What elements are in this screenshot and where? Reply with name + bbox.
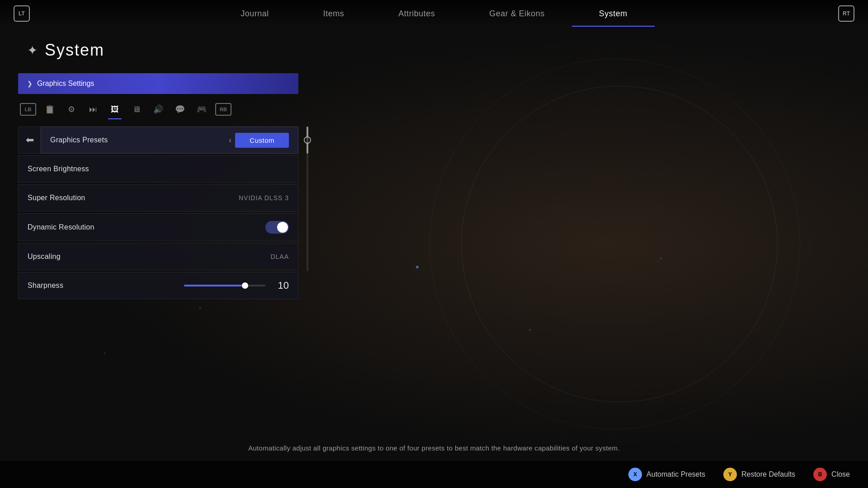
preset-control: ‹ Custom <box>229 133 289 148</box>
scroll-thumb <box>307 127 308 154</box>
y-button: Y <box>723 468 737 481</box>
tab-gear[interactable]: Gear & Eikons <box>462 1 572 27</box>
category-header[interactable]: ❯ Graphics Settings <box>18 73 298 94</box>
screen-brightness-label: Screen Brightness <box>28 165 89 173</box>
scroll-bar[interactable] <box>307 127 308 271</box>
x-button: X <box>628 468 642 481</box>
sharpness-label: Sharpness <box>28 282 63 290</box>
screen-brightness-row[interactable]: Screen Brightness <box>18 155 298 183</box>
nav-tabs: Journal Items Attributes Gear & Eikons S… <box>213 1 655 27</box>
super-resolution-row[interactable]: Super Resolution NVIDIA DLSS 3 <box>18 184 298 211</box>
upscaling-label: Upscaling <box>28 253 61 261</box>
restore-defaults-action[interactable]: Y Restore Defaults <box>723 468 795 481</box>
toggle-knob <box>277 222 288 233</box>
tab-items[interactable]: Items <box>296 1 372 27</box>
sharpness-slider-fill <box>184 285 245 286</box>
settings-list: ⬅ Graphics Presets ‹ Custom Screen Brigh… <box>18 127 298 299</box>
tab-system[interactable]: System <box>572 1 655 27</box>
dynamic-resolution-toggle[interactable] <box>265 221 289 234</box>
rt-button[interactable]: RT <box>838 5 854 22</box>
category-chevron-icon: ❯ <box>27 80 33 87</box>
preset-value-button[interactable]: Custom <box>235 133 289 148</box>
sharpness-slider-track[interactable] <box>184 285 265 286</box>
tab-attributes[interactable]: Attributes <box>371 1 462 27</box>
scroll-thumb-dot <box>304 136 311 144</box>
dynamic-resolution-row[interactable]: Dynamic Resolution <box>18 213 298 241</box>
top-navigation: LT Journal Items Attributes Gear & Eikon… <box>0 0 868 27</box>
upscaling-row[interactable]: Upscaling DLAA <box>18 243 298 270</box>
bottom-action-bar: X Automatic Presets Y Restore Defaults B… <box>0 461 868 488</box>
sharpness-value: 10 <box>271 280 289 291</box>
page-title: System <box>45 41 104 60</box>
super-resolution-value: NVIDIA DLSS 3 <box>239 194 289 202</box>
row-selector-arrow: ⬅ <box>18 127 41 154</box>
subnav-note[interactable]: 📋 <box>40 99 60 119</box>
subnav-gear[interactable]: ⚙ <box>61 99 81 119</box>
upscaling-value: DLAA <box>270 253 289 260</box>
subnav-display[interactable]: 🖥 <box>127 99 146 119</box>
rb-button[interactable]: RB <box>215 103 231 116</box>
lb-button[interactable]: LB <box>20 103 36 116</box>
super-resolution-label: Super Resolution <box>28 194 85 202</box>
presets-setting-row[interactable]: Graphics Presets ‹ Custom <box>41 127 298 154</box>
settings-panel: ❯ Graphics Settings LB 📋 ⚙ ⏭ 🖼 🖥 🔊 💬 🎮 R… <box>18 73 298 299</box>
dynamic-resolution-label: Dynamic Resolution <box>28 223 94 231</box>
automatic-presets-action[interactable]: X Automatic Presets <box>628 468 705 481</box>
subnav-chat[interactable]: 💬 <box>170 99 190 119</box>
graphics-presets-row[interactable]: ⬅ Graphics Presets ‹ Custom <box>18 127 298 154</box>
presets-label: Graphics Presets <box>50 136 108 144</box>
sharpness-slider-thumb <box>242 282 248 289</box>
sub-navigation: LB 📋 ⚙ ⏭ 🖼 🖥 🔊 💬 🎮 RB <box>18 99 298 119</box>
category-label: Graphics Settings <box>37 80 94 88</box>
subnav-controller[interactable]: 🎮 <box>192 99 212 119</box>
preset-chevron-icon: ‹ <box>229 136 231 145</box>
restore-defaults-label: Restore Defaults <box>741 470 795 479</box>
description-text: Automatically adjust all graphics settin… <box>0 444 868 452</box>
close-label: Close <box>831 470 850 479</box>
sharpness-slider-container: 10 <box>184 280 289 291</box>
close-action[interactable]: B Close <box>813 468 850 481</box>
sharpness-row[interactable]: Sharpness 10 <box>18 272 298 299</box>
subnav-skip[interactable]: ⏭ <box>83 99 103 119</box>
page-title-area: ✦ System <box>27 41 850 60</box>
automatic-presets-label: Automatic Presets <box>646 470 705 479</box>
subnav-audio[interactable]: 🔊 <box>148 99 168 119</box>
lt-button[interactable]: LT <box>14 5 30 22</box>
selector-arrow-icon: ⬅ <box>26 134 34 146</box>
tab-journal[interactable]: Journal <box>213 1 296 27</box>
b-button: B <box>813 468 827 481</box>
main-content: ✦ System ❯ Graphics Settings LB 📋 ⚙ ⏭ 🖼 … <box>0 27 868 488</box>
system-icon: ✦ <box>27 43 38 58</box>
subnav-image[interactable]: 🖼 <box>105 99 125 119</box>
